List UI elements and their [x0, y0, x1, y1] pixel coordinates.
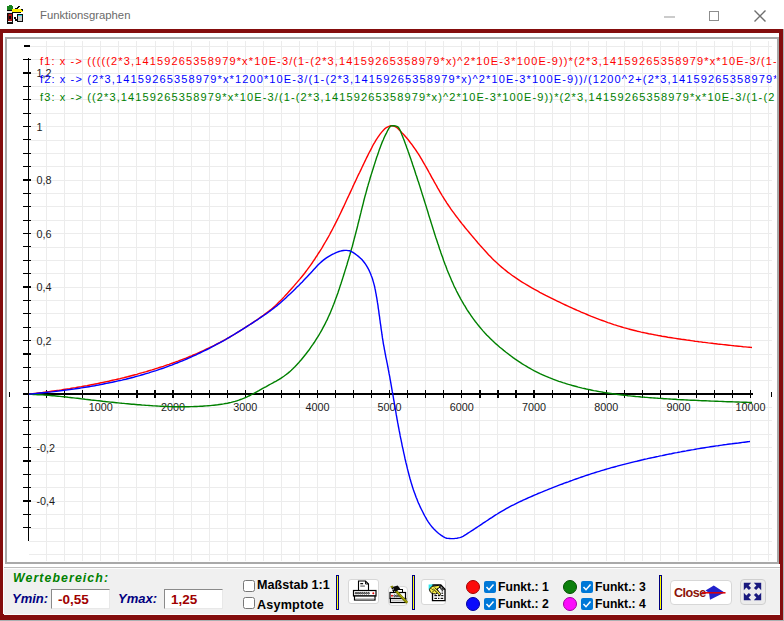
svg-text:7000: 7000 — [522, 401, 546, 413]
svg-text:f1: x -> (((((2*3,141592653589: f1: x -> (((((2*3,14159265358979*x*10E-3… — [40, 55, 778, 67]
svg-text:0,4: 0,4 — [37, 281, 52, 293]
svg-text:1: 1 — [37, 121, 43, 133]
svg-text:6000: 6000 — [450, 401, 474, 413]
svg-text:3000: 3000 — [233, 401, 257, 413]
svg-text:f3: x -> ((2*3,14159265358979*: f3: x -> ((2*3,14159265358979*x*10E-3/(1… — [40, 91, 775, 103]
svg-text:0,6: 0,6 — [37, 228, 52, 240]
svg-text:-0,2: -0,2 — [37, 442, 56, 454]
svg-text:0,2: 0,2 — [37, 335, 52, 347]
svg-text:4000: 4000 — [305, 401, 329, 413]
svg-text:f2: x -> (2*3,14159265358979*x: f2: x -> (2*3,14159265358979*x*1200*10E-… — [40, 73, 779, 85]
svg-text:9000: 9000 — [666, 401, 690, 413]
svg-text:8000: 8000 — [594, 401, 618, 413]
svg-text:-0,4: -0,4 — [37, 495, 56, 507]
svg-text:5000: 5000 — [378, 401, 402, 413]
svg-text:0,8: 0,8 — [37, 174, 52, 186]
